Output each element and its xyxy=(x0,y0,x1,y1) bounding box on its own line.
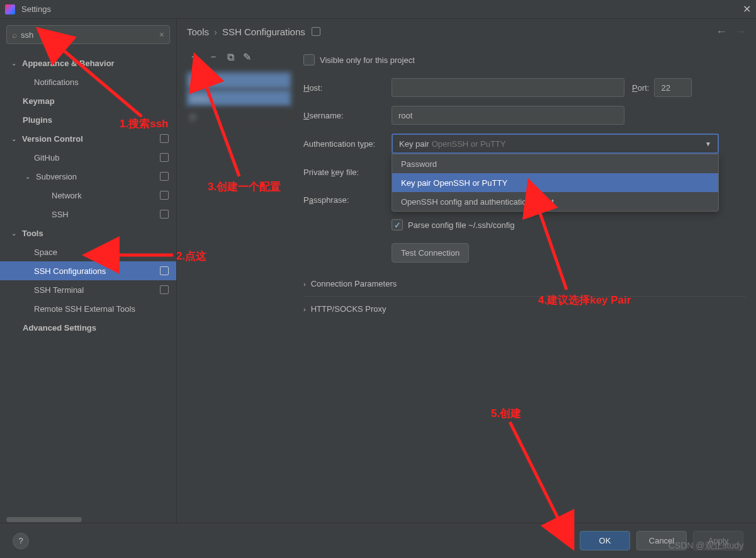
tree-item-remote-ssh[interactable]: Remote SSH External Tools xyxy=(0,299,176,318)
tree-label: SSH Configurations xyxy=(34,266,106,276)
close-icon[interactable]: ✕ xyxy=(743,3,751,15)
tree-label: GitHub xyxy=(34,153,59,162)
tree-label: SSH Terminal xyxy=(34,285,84,295)
tree-item-space[interactable]: Space xyxy=(0,242,176,261)
copy-icon[interactable]: ⧉ xyxy=(227,52,234,63)
dialog-footer: ? OK Cancel Apply xyxy=(0,523,756,558)
tree-label: Plugins xyxy=(23,115,52,125)
config-list-column: ＋ － ⧉ ✎ entry entry p xyxy=(187,44,291,523)
dropdown-hint: OpenSSH or PuTTY xyxy=(432,139,506,149)
auth-type-label: Authentication type: xyxy=(303,139,392,149)
connection-params-section[interactable]: › Connection Parameters xyxy=(303,271,746,297)
app-icon xyxy=(5,4,15,14)
nav-forward-icon[interactable]: → xyxy=(735,25,746,38)
project-scope-icon xyxy=(160,285,169,294)
tree-item-ssh-configurations[interactable]: SSH Configurations xyxy=(0,261,176,280)
port-label: Port: xyxy=(632,83,649,93)
breadcrumb-current: SSH Configurations xyxy=(222,26,305,37)
config-entry[interactable]: entry xyxy=(187,90,291,106)
project-scope-icon xyxy=(160,153,169,162)
tree-item-keymap[interactable]: Keymap xyxy=(0,91,176,110)
dropdown-option-keypair[interactable]: Key pair OpenSSH or PuTTY xyxy=(392,173,718,192)
tree-label: Tools xyxy=(22,229,43,238)
nav-back-icon[interactable]: ← xyxy=(716,25,727,38)
config-entry[interactable]: entry xyxy=(187,72,291,89)
tree-label: Remote SSH External Tools xyxy=(34,304,135,314)
username-label: Username: xyxy=(303,111,392,120)
project-scope-icon xyxy=(160,210,169,219)
ok-button[interactable]: OK xyxy=(580,531,630,550)
chevron-right-icon: › xyxy=(303,280,306,288)
tree-label: Network xyxy=(52,191,82,200)
tree-item-vcs[interactable]: ⌄ Version Control xyxy=(0,129,176,148)
proxy-section[interactable]: › HTTP/SOCKS Proxy xyxy=(303,297,746,321)
tree-item-network[interactable]: Network xyxy=(0,186,176,205)
parse-config-label: Parse config file ~/.ssh/config xyxy=(408,220,514,230)
project-scope-icon xyxy=(160,172,169,181)
tree-label: Notifications xyxy=(34,77,79,87)
tree-item-tools[interactable]: ⌄ Tools xyxy=(0,224,176,242)
visible-only-label: Visible only for this project xyxy=(320,55,415,65)
parse-config-checkbox[interactable] xyxy=(392,219,403,231)
settings-tree: ⌄ Appearance & Behavior Notifications Ke… xyxy=(0,50,176,516)
tree-label: Subversion xyxy=(36,172,77,181)
host-input[interactable] xyxy=(392,78,624,97)
settings-content: Tools › SSH Configurations ← → ＋ － ⧉ ✎ e… xyxy=(177,19,756,523)
clear-icon[interactable]: × xyxy=(159,30,164,40)
search-input[interactable] xyxy=(21,30,159,40)
project-scope-icon xyxy=(160,266,169,275)
tree-item-advanced[interactable]: Advanced Settings xyxy=(0,318,176,337)
search-box[interactable]: ⌕ × xyxy=(6,25,170,44)
username-input[interactable] xyxy=(392,106,624,125)
visible-only-checkbox[interactable] xyxy=(303,54,315,65)
tree-item-subversion[interactable]: ⌄ Subversion xyxy=(0,167,176,186)
project-scope-icon xyxy=(312,27,320,36)
tree-item-plugins[interactable]: Plugins xyxy=(0,110,176,129)
passphrase-label: Passphrase: xyxy=(303,195,392,205)
project-scope-icon xyxy=(160,191,169,200)
config-entry[interactable]: p xyxy=(187,108,291,124)
chevron-down-icon: ⌄ xyxy=(11,230,19,237)
search-icon: ⌕ xyxy=(12,30,17,40)
tree-label: Version Control xyxy=(22,134,83,144)
dropdown-value: Key pair xyxy=(399,139,429,149)
window-title: Settings xyxy=(21,4,51,14)
tree-label: SSH xyxy=(52,210,69,219)
tree-item-ssh-terminal[interactable]: SSH Terminal xyxy=(0,280,176,299)
help-button[interactable]: ? xyxy=(13,533,29,549)
test-connection-button[interactable]: Test Connection xyxy=(392,243,469,263)
section-label: HTTP/SOCKS Proxy xyxy=(311,304,386,314)
watermark: CSDN @观止study xyxy=(669,540,743,552)
remove-icon[interactable]: － xyxy=(208,50,218,64)
edit-icon[interactable]: ✎ xyxy=(243,51,251,63)
tree-item-ssh[interactable]: SSH xyxy=(0,205,176,224)
dropdown-menu: Password Key pair OpenSSH or PuTTY OpenS… xyxy=(392,154,719,212)
tree-label: Space xyxy=(34,248,57,257)
add-icon[interactable]: ＋ xyxy=(189,50,200,64)
scrollbar-thumb[interactable] xyxy=(6,517,82,522)
tree-item-github[interactable]: GitHub xyxy=(0,148,176,167)
tree-item-appearance[interactable]: ⌄ Appearance & Behavior xyxy=(0,54,176,72)
breadcrumb-root[interactable]: Tools xyxy=(187,26,209,37)
horizontal-scrollbar[interactable] xyxy=(0,516,176,523)
chevron-right-icon: › xyxy=(303,305,306,313)
tree-label: Appearance & Behavior xyxy=(22,59,115,68)
auth-type-dropdown[interactable]: Key pair OpenSSH or PuTTY ▼ Password Key… xyxy=(392,134,719,154)
dropdown-option-password[interactable]: Password xyxy=(392,154,718,173)
section-label: Connection Parameters xyxy=(311,279,397,288)
port-input[interactable] xyxy=(654,78,692,97)
title-bar: Settings ✕ xyxy=(0,0,756,19)
config-entries: entry entry p xyxy=(187,72,291,124)
tree-item-notifications[interactable]: Notifications xyxy=(0,72,176,91)
chevron-right-icon: › xyxy=(214,26,217,37)
host-label: Host: xyxy=(303,83,392,93)
dropdown-option-agent[interactable]: OpenSSH config and authentication agent xyxy=(392,192,718,211)
breadcrumb: Tools › SSH Configurations ← → xyxy=(177,19,756,44)
project-scope-icon xyxy=(160,134,169,143)
chevron-down-icon: ⌄ xyxy=(11,135,19,142)
tree-label: Keymap xyxy=(23,96,55,106)
chevron-down-icon: ▼ xyxy=(705,140,711,147)
chevron-down-icon: ⌄ xyxy=(25,173,33,180)
config-toolbar: ＋ － ⧉ ✎ xyxy=(187,44,291,70)
config-form: Visible only for this project Host: Port… xyxy=(291,44,746,523)
